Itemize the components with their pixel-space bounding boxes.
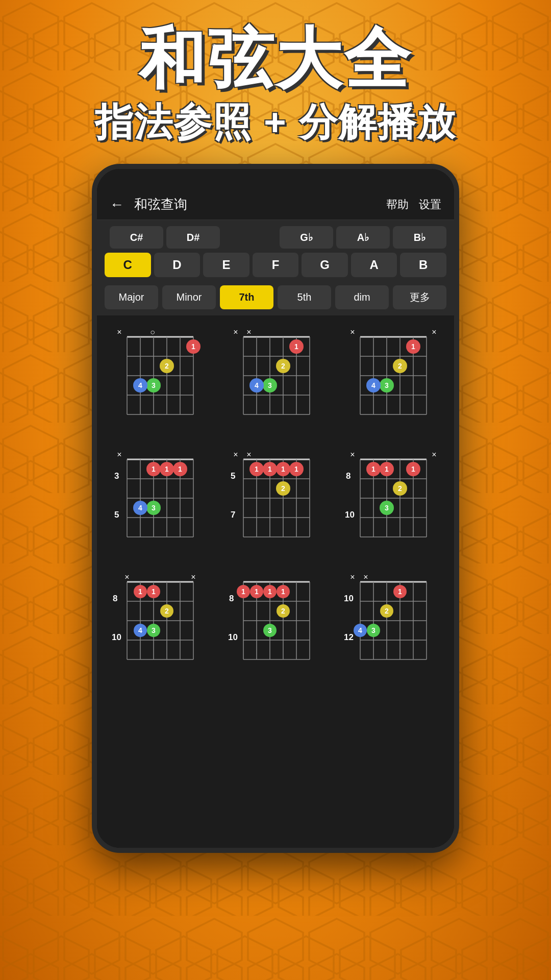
key-e[interactable]: E bbox=[203, 253, 249, 277]
svg-text:4: 4 bbox=[138, 626, 142, 634]
svg-text:10: 10 bbox=[344, 594, 354, 603]
svg-text:1: 1 bbox=[255, 587, 259, 596]
svg-text:2: 2 bbox=[398, 362, 402, 370]
svg-text:3: 3 bbox=[152, 381, 156, 389]
svg-text:×: × bbox=[117, 450, 121, 459]
chord-diagram-2[interactable]: × × 1 bbox=[221, 323, 330, 438]
type-major[interactable]: Major bbox=[105, 285, 158, 309]
svg-text:1: 1 bbox=[398, 587, 402, 596]
chord-diagram-1[interactable]: × ○ bbox=[105, 323, 213, 438]
sub-title: 指法参照 + 分解播放 bbox=[20, 97, 531, 149]
svg-text:1: 1 bbox=[295, 465, 299, 473]
svg-text:1: 1 bbox=[411, 342, 415, 351]
key-c-sharp[interactable]: C# bbox=[110, 226, 163, 249]
svg-text:3: 3 bbox=[371, 626, 375, 634]
svg-text:2: 2 bbox=[165, 607, 169, 615]
svg-text:1: 1 bbox=[295, 342, 299, 351]
svg-text:2: 2 bbox=[165, 362, 169, 370]
svg-text:×: × bbox=[117, 328, 121, 336]
svg-text:1: 1 bbox=[282, 587, 286, 596]
chord-diagram-6[interactable]: × × 8 10 bbox=[338, 446, 446, 560]
svg-text:2: 2 bbox=[398, 484, 402, 493]
svg-text:1: 1 bbox=[411, 465, 415, 473]
key-selector: C# D# G♭ A♭ B♭ C D E F G A B bbox=[97, 220, 454, 281]
chord-diagram-8[interactable]: 8 10 1 bbox=[221, 568, 330, 683]
svg-text:4: 4 bbox=[138, 381, 142, 389]
svg-text:8: 8 bbox=[113, 594, 117, 603]
key-d[interactable]: D bbox=[154, 253, 201, 277]
svg-text:1: 1 bbox=[165, 465, 169, 473]
main-title: 和弦大全 bbox=[20, 26, 531, 92]
svg-text:1: 1 bbox=[255, 465, 259, 473]
svg-text:3: 3 bbox=[385, 504, 389, 512]
svg-text:1: 1 bbox=[282, 465, 286, 473]
svg-text:12: 12 bbox=[344, 632, 354, 642]
svg-text:4: 4 bbox=[358, 626, 362, 634]
svg-text:×: × bbox=[247, 450, 252, 459]
svg-text:1: 1 bbox=[385, 465, 389, 473]
svg-text:8: 8 bbox=[229, 594, 234, 603]
help-button[interactable]: 帮助 bbox=[386, 197, 409, 212]
key-g-flat[interactable]: G♭ bbox=[280, 226, 333, 249]
svg-text:10: 10 bbox=[112, 632, 121, 642]
svg-text:×: × bbox=[124, 573, 129, 581]
svg-text:10: 10 bbox=[345, 510, 355, 520]
svg-text:5: 5 bbox=[114, 510, 119, 520]
chord-diagram-4[interactable]: × 3 5 bbox=[105, 446, 213, 560]
content-wrapper: 和弦大全 指法参照 + 分解播放 ← 和弦查询 帮助 设置 C# D# G♭ bbox=[0, 0, 551, 980]
svg-text:1: 1 bbox=[268, 465, 272, 473]
key-a-flat[interactable]: A♭ bbox=[336, 226, 390, 249]
chord-diagram-3[interactable]: × × 1 bbox=[338, 323, 446, 438]
type-5th[interactable]: 5th bbox=[278, 285, 331, 309]
chord-diagram-7[interactable]: × × 8 10 bbox=[105, 568, 213, 683]
key-d-sharp[interactable]: D# bbox=[166, 226, 220, 249]
svg-text:×: × bbox=[350, 450, 355, 459]
svg-text:10: 10 bbox=[228, 632, 238, 642]
svg-text:2: 2 bbox=[282, 484, 286, 493]
svg-text:×: × bbox=[234, 328, 238, 336]
key-b-flat[interactable]: B♭ bbox=[393, 226, 446, 249]
svg-text:3: 3 bbox=[268, 626, 272, 634]
type-more[interactable]: 更多 bbox=[393, 285, 446, 309]
key-f[interactable]: F bbox=[253, 253, 299, 277]
status-bar bbox=[97, 169, 454, 189]
svg-text:7: 7 bbox=[231, 510, 235, 520]
svg-text:4: 4 bbox=[371, 381, 375, 389]
svg-text:5: 5 bbox=[231, 471, 235, 481]
svg-text:×: × bbox=[432, 328, 436, 336]
svg-text:3: 3 bbox=[152, 626, 156, 634]
settings-button[interactable]: 设置 bbox=[419, 197, 441, 212]
key-g[interactable]: G bbox=[302, 253, 348, 277]
svg-text:2: 2 bbox=[282, 607, 286, 615]
chord-diagram-5[interactable]: × × 5 7 bbox=[221, 446, 330, 560]
svg-text:3: 3 bbox=[385, 381, 389, 389]
naturals-row: C D E F G A B bbox=[105, 253, 446, 277]
title-area: 和弦大全 指法参照 + 分解播放 bbox=[0, 0, 551, 164]
svg-text:3: 3 bbox=[152, 504, 156, 512]
svg-text:2: 2 bbox=[385, 607, 389, 615]
svg-text:1: 1 bbox=[178, 465, 182, 473]
type-minor[interactable]: Minor bbox=[162, 285, 216, 309]
key-b[interactable]: B bbox=[400, 253, 446, 277]
sharps-row: C# D# G♭ A♭ B♭ bbox=[105, 226, 446, 249]
phone-frame: ← 和弦查询 帮助 设置 C# D# G♭ A♭ B♭ C bbox=[92, 164, 459, 853]
svg-text:8: 8 bbox=[346, 471, 350, 481]
svg-text:4: 4 bbox=[255, 381, 259, 389]
svg-text:4: 4 bbox=[138, 504, 142, 512]
type-7th[interactable]: 7th bbox=[220, 285, 273, 309]
app-header: ← 和弦查询 帮助 设置 bbox=[97, 189, 454, 220]
chord-diagram-9[interactable]: × × 10 12 bbox=[338, 568, 446, 683]
svg-text:×: × bbox=[350, 573, 355, 581]
key-c[interactable]: C bbox=[105, 253, 151, 277]
svg-text:×: × bbox=[363, 573, 368, 581]
svg-text:1: 1 bbox=[191, 342, 195, 351]
type-selector: Major Minor 7th 5th dim 更多 bbox=[97, 281, 454, 315]
svg-text:1: 1 bbox=[152, 587, 156, 596]
svg-text:1: 1 bbox=[152, 465, 156, 473]
svg-text:1: 1 bbox=[268, 587, 272, 596]
type-dim[interactable]: dim bbox=[335, 285, 389, 309]
key-a[interactable]: A bbox=[351, 253, 397, 277]
svg-text:2: 2 bbox=[282, 362, 286, 370]
back-button[interactable]: ← bbox=[110, 197, 124, 213]
svg-text:1: 1 bbox=[371, 465, 375, 473]
